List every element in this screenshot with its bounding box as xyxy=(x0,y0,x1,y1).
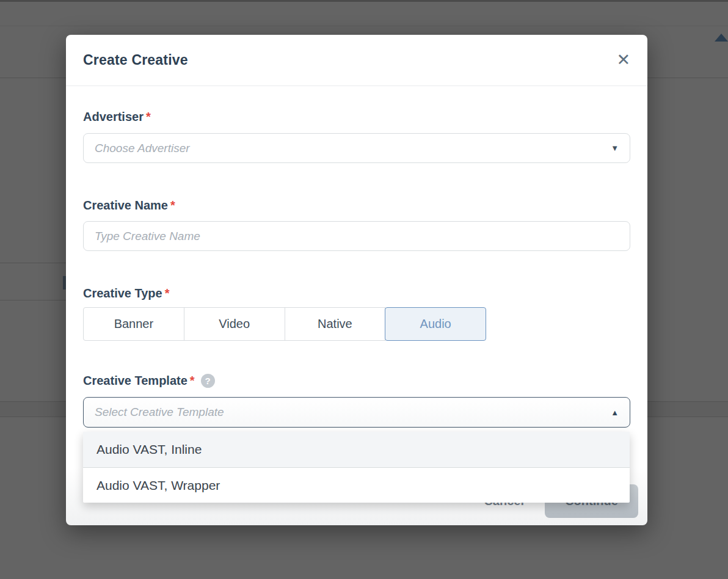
creative-name-label-text: Creative Name xyxy=(83,198,168,213)
modal-header: Create Creative ✕ xyxy=(66,35,647,86)
background-table-row-divider xyxy=(0,300,66,300)
caret-down-icon: ▼ xyxy=(611,144,619,152)
modal-body: Advertiser * Choose Advertiser ▼ Creativ… xyxy=(66,110,647,428)
background-divider xyxy=(0,26,728,26)
required-asterisk: * xyxy=(146,110,151,124)
creative-type-option-banner[interactable]: Banner xyxy=(83,307,184,341)
advertiser-label-text: Advertiser xyxy=(83,110,144,124)
creative-template-select[interactable]: Select Creative Template ▲ xyxy=(83,397,630,428)
creative-template-label-text: Creative Template xyxy=(83,374,187,388)
background-table-row-divider xyxy=(0,263,66,263)
sort-caret-up-icon xyxy=(715,34,728,42)
creative-name-field-group: Creative Name * xyxy=(83,198,630,251)
required-asterisk: * xyxy=(165,286,170,300)
creative-type-option-video[interactable]: Video xyxy=(184,307,285,341)
creative-type-option-native[interactable]: Native xyxy=(285,307,386,341)
advertiser-placeholder: Choose Advertiser xyxy=(95,142,190,155)
creative-template-dropdown: Audio VAST, Inline Audio VAST, Wrapper xyxy=(83,432,630,503)
creative-type-segmented-control: Banner Video Native Audio xyxy=(83,307,486,341)
required-asterisk: * xyxy=(190,374,195,388)
advertiser-label: Advertiser * xyxy=(83,110,630,124)
creative-template-placeholder: Select Creative Template xyxy=(95,406,224,419)
advertiser-field-group: Advertiser * Choose Advertiser ▼ xyxy=(83,110,630,163)
creative-template-field-group: Creative Template * ? Select Creative Te… xyxy=(83,374,630,428)
creative-template-label: Creative Template * ? xyxy=(83,374,630,388)
creative-name-label: Creative Name * xyxy=(83,198,630,213)
caret-up-icon: ▲ xyxy=(611,409,619,417)
creative-type-field-group: Creative Type * Banner Video Native Audi… xyxy=(83,286,630,341)
creative-type-label: Creative Type * xyxy=(83,286,630,300)
required-asterisk: * xyxy=(170,198,175,213)
creative-name-input[interactable] xyxy=(83,221,630,251)
close-icon[interactable]: ✕ xyxy=(616,52,630,68)
modal-title: Create Creative xyxy=(83,52,188,68)
dropdown-option-audio-vast-inline[interactable]: Audio VAST, Inline xyxy=(83,432,630,467)
create-creative-modal: Create Creative ✕ Advertiser * Choose Ad… xyxy=(66,35,647,525)
help-icon[interactable]: ? xyxy=(201,374,215,388)
dropdown-option-audio-vast-wrapper[interactable]: Audio VAST, Wrapper xyxy=(83,467,630,503)
creative-type-option-audio[interactable]: Audio xyxy=(385,307,486,341)
advertiser-select[interactable]: Choose Advertiser ▼ xyxy=(83,133,630,163)
background-top-bar xyxy=(0,0,728,2)
creative-type-label-text: Creative Type xyxy=(83,286,162,300)
